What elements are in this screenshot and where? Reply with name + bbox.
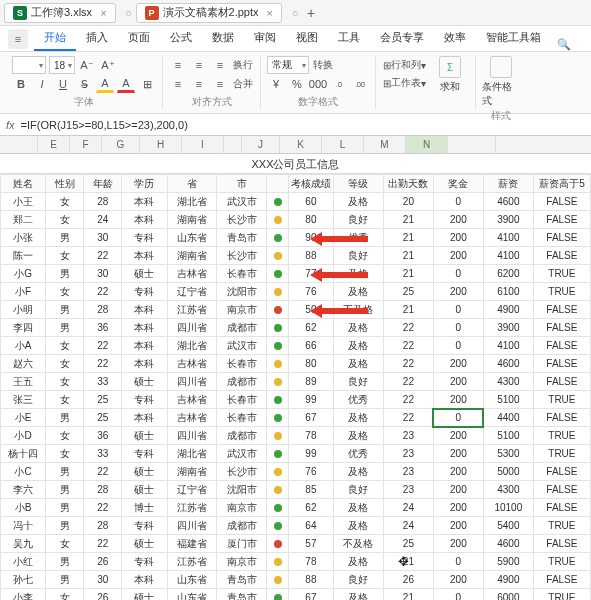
font-name-select[interactable] <box>12 56 46 74</box>
cell[interactable]: TRUE <box>533 553 590 571</box>
table-row[interactable]: 小B男22博士江苏省南京市62及格2420010100FALSE <box>1 499 591 517</box>
cell[interactable]: 女 <box>46 355 84 373</box>
cell[interactable]: 4600 <box>483 535 533 553</box>
cell[interactable]: 专科 <box>122 517 167 535</box>
cell[interactable] <box>267 517 288 535</box>
col-header[interactable]: G <box>102 136 140 153</box>
cell[interactable]: 77 <box>288 265 333 283</box>
cell[interactable]: 小D <box>1 427 46 445</box>
cell[interactable]: FALSE <box>533 535 590 553</box>
cell[interactable]: FALSE <box>533 481 590 499</box>
cell[interactable]: 4100 <box>483 247 533 265</box>
cell[interactable]: 及格 <box>334 193 384 211</box>
cell[interactable]: 25 <box>383 283 433 301</box>
cell[interactable]: 不及格 <box>334 301 384 319</box>
cell[interactable]: 4600 <box>483 193 533 211</box>
cell[interactable]: 5100 <box>483 391 533 409</box>
cell[interactable]: 22 <box>84 535 122 553</box>
cell[interactable]: 良好 <box>334 211 384 229</box>
cell[interactable]: 50 <box>288 301 333 319</box>
align-bot-button[interactable]: ≡ <box>211 56 229 74</box>
table-row[interactable]: 小张男30专科山东省青岛市90优秀212004100FALSE <box>1 229 591 247</box>
cell[interactable] <box>267 427 288 445</box>
cell[interactable] <box>267 463 288 481</box>
cell[interactable]: 60 <box>288 193 333 211</box>
close-icon[interactable]: × <box>100 7 106 19</box>
cell[interactable]: 0 <box>433 337 483 355</box>
cell[interactable]: FALSE <box>533 337 590 355</box>
cell[interactable]: 辽宁省 <box>167 283 217 301</box>
menu-item-6[interactable]: 视图 <box>286 26 328 51</box>
cell[interactable]: 24 <box>383 517 433 535</box>
table-row[interactable]: 张三女25专科吉林省长春市99优秀222005100TRUE <box>1 391 591 409</box>
cell[interactable]: 南京市 <box>217 301 267 319</box>
cell[interactable]: 长春市 <box>217 409 267 427</box>
cell[interactable]: 山东省 <box>167 229 217 247</box>
table-header-cell[interactable]: 学历 <box>122 175 167 193</box>
underline-button[interactable]: U <box>54 75 72 93</box>
search-icon[interactable]: 🔍 <box>557 38 571 51</box>
cell[interactable]: 女 <box>46 589 84 601</box>
cell[interactable]: 小A <box>1 337 46 355</box>
cell[interactable] <box>267 265 288 283</box>
cell[interactable]: 5100 <box>483 427 533 445</box>
cell[interactable]: 成都市 <box>217 319 267 337</box>
cell[interactable]: 李六 <box>1 481 46 499</box>
cell[interactable]: 良好 <box>334 373 384 391</box>
cell[interactable]: 200 <box>433 211 483 229</box>
cell[interactable]: 南京市 <box>217 499 267 517</box>
cell[interactable]: 男 <box>46 301 84 319</box>
italic-button[interactable]: I <box>33 75 51 93</box>
col-header[interactable]: J <box>242 136 280 153</box>
cell[interactable]: 67 <box>288 409 333 427</box>
cell[interactable]: 80 <box>288 211 333 229</box>
align-center-button[interactable]: ≡ <box>190 75 208 93</box>
cell[interactable]: 22 <box>383 319 433 337</box>
cell[interactable] <box>267 553 288 571</box>
cell[interactable]: 及格 <box>334 463 384 481</box>
cell[interactable]: 76 <box>288 463 333 481</box>
table-row[interactable]: 小红男26专科江苏省南京市78及格2105900TRUE <box>1 553 591 571</box>
cell[interactable]: 吉林省 <box>167 265 217 283</box>
cell[interactable]: 4400 <box>483 409 533 427</box>
font-increase-button[interactable]: A⁺ <box>99 56 117 74</box>
cell[interactable]: 女 <box>46 373 84 391</box>
col-header[interactable]: H <box>140 136 182 153</box>
cell[interactable]: 及格 <box>334 589 384 601</box>
cell[interactable]: 男 <box>46 517 84 535</box>
cell[interactable]: 女 <box>46 445 84 463</box>
cell[interactable]: 57 <box>288 535 333 553</box>
file-tab-pptx[interactable]: P 演示文稿素材2.pptx × <box>136 3 282 23</box>
cell[interactable]: 4600 <box>483 355 533 373</box>
cell[interactable]: 21 <box>383 265 433 283</box>
cell[interactable]: 湖南省 <box>167 247 217 265</box>
cell[interactable]: 硕士 <box>122 589 167 601</box>
cell[interactable]: 吴九 <box>1 535 46 553</box>
cell[interactable]: TRUE <box>533 445 590 463</box>
cell[interactable]: 及格 <box>334 499 384 517</box>
cell[interactable]: 长沙市 <box>217 247 267 265</box>
add-tab-button[interactable]: + <box>302 4 320 22</box>
cell[interactable]: 武汉市 <box>217 193 267 211</box>
cell[interactable]: 杨十四 <box>1 445 46 463</box>
cell[interactable]: 24 <box>383 499 433 517</box>
col-header[interactable]: M <box>364 136 406 153</box>
cell[interactable]: 湖北省 <box>167 445 217 463</box>
cell[interactable]: FALSE <box>533 229 590 247</box>
cell[interactable]: 200 <box>433 229 483 247</box>
cell[interactable]: 10100 <box>483 499 533 517</box>
cell[interactable]: 男 <box>46 481 84 499</box>
col-header[interactable]: N <box>406 136 448 153</box>
cell[interactable]: 22 <box>84 355 122 373</box>
table-header-cell[interactable]: 性别 <box>46 175 84 193</box>
column-headers[interactable]: EFGHIJKLMN <box>0 136 591 154</box>
cell[interactable]: 吉林省 <box>167 409 217 427</box>
cell[interactable]: 山东省 <box>167 589 217 601</box>
formula-input[interactable]: =IF(OR(J15>=80,L15>=23),200,0) <box>21 119 585 131</box>
cell[interactable]: 30 <box>84 229 122 247</box>
cell[interactable]: 6100 <box>483 283 533 301</box>
cell[interactable]: 赵六 <box>1 355 46 373</box>
cell[interactable] <box>267 499 288 517</box>
cell[interactable] <box>267 409 288 427</box>
cell[interactable]: 硕士 <box>122 265 167 283</box>
